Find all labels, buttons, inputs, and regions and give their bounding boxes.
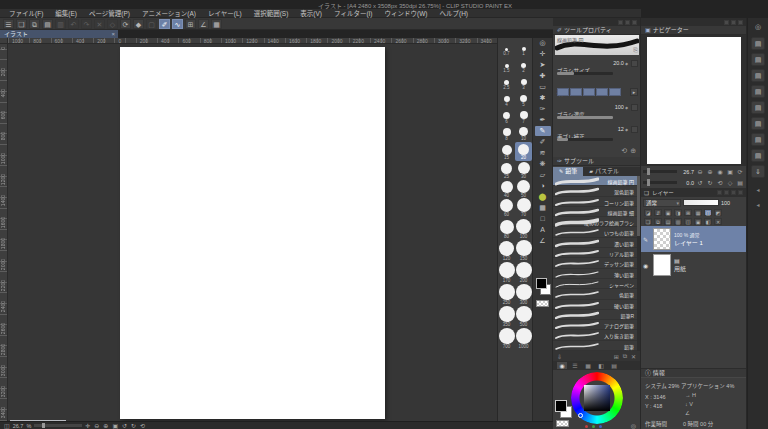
menu-item-0[interactable]: ファイル(F): [4, 8, 48, 18]
property-slider[interactable]: [557, 138, 613, 141]
deselect-icon[interactable]: ◇: [107, 19, 118, 29]
material-download-icon[interactable]: ⇓: [751, 165, 765, 178]
panel-strip-icon[interactable]: [731, 190, 736, 195]
info-panel-tab[interactable]: ⓘ 情報: [641, 368, 746, 377]
color-dot-0[interactable]: [585, 425, 588, 428]
transparent-color-swatch[interactable]: [556, 420, 569, 427]
subtool-item[interactable]: いつもの鉛筆: [553, 227, 640, 237]
approx-color-tab[interactable]: ▤: [609, 362, 619, 369]
subtool-item[interactable]: 線画鉛筆 円: [553, 176, 640, 186]
material-folder-image-icon[interactable]: ▤: [751, 101, 765, 114]
transfer-layer-icon[interactable]: ▥: [674, 218, 682, 225]
fill-icon[interactable]: ◆: [133, 19, 144, 29]
color-dot-2[interactable]: [599, 425, 602, 428]
brush-size-60[interactable]: 60: [498, 199, 515, 218]
brush-size-10[interactable]: 10: [515, 125, 532, 142]
import-subtool-icon[interactable]: ⇩: [557, 353, 562, 360]
status-rotate-left-icon[interactable]: ↺: [122, 422, 127, 429]
property-option-button[interactable]: [631, 126, 638, 133]
lock-transparent-icon[interactable]: ◨: [674, 209, 682, 216]
subtool-item[interactable]: 線画鉛筆 細: [553, 207, 640, 217]
brush-size-300[interactable]: 300: [515, 284, 532, 306]
brush-size-15[interactable]: 15: [498, 142, 515, 161]
tool-property-tab[interactable]: ✐ツールプロパティ: [553, 26, 640, 35]
spinner-icon[interactable]: ◆: [625, 105, 628, 110]
eyedropper-tool-icon[interactable]: ✑: [535, 104, 551, 114]
decoration-tool-icon[interactable]: ❋: [535, 159, 551, 169]
property-option-button[interactable]: [631, 60, 638, 67]
save-icon[interactable]: ▤: [42, 19, 53, 29]
color-set-tab[interactable]: ▦: [583, 362, 593, 369]
brush-size-5[interactable]: 5: [515, 91, 532, 108]
duplicate-subtool-icon[interactable]: ⧉: [623, 353, 627, 360]
brush-size-700[interactable]: 700: [498, 328, 515, 350]
navigator-thumbnail[interactable]: [647, 37, 741, 164]
brush-size-8[interactable]: 8: [498, 125, 515, 142]
status-nav-icon[interactable]: ◫: [4, 422, 10, 429]
spinner-icon[interactable]: ◆: [625, 127, 628, 132]
brush-size-2.5[interactable]: 2.5: [498, 74, 515, 91]
menu-item-5[interactable]: 選択範囲(S): [249, 8, 294, 18]
brush-size-7[interactable]: 7: [515, 108, 532, 125]
expand-arrow-icon[interactable]: ▸: [630, 88, 638, 96]
hardness-block[interactable]: [557, 88, 569, 96]
subtool-item[interactable]: シャーペン: [553, 279, 640, 289]
property-slider[interactable]: [557, 72, 613, 75]
panel-strip-icon[interactable]: [717, 190, 722, 195]
zoom-out-icon[interactable]: ⊖: [696, 168, 704, 175]
brush-size-4[interactable]: 4: [498, 91, 515, 108]
reset-settings-icon[interactable]: ⟲: [621, 147, 627, 155]
material-folder-monochrome-pattern-icon[interactable]: ▤: [751, 69, 765, 82]
subtool-item[interactable]: 硬めのラフ絵画ブラシ: [553, 217, 640, 227]
brush-tool-icon[interactable]: ✐: [535, 137, 551, 147]
hue-marker[interactable]: [578, 413, 583, 418]
clip-to-layer-icon[interactable]: ◪: [644, 209, 652, 216]
main-menu-icon[interactable]: ☰: [3, 19, 14, 29]
snap-grid-icon[interactable]: ⊞: [185, 19, 196, 29]
blend-tool-icon[interactable]: ◑: [535, 181, 551, 191]
document-tab[interactable]: イラスト ×: [0, 30, 118, 38]
property-value[interactable]: 12◆: [618, 126, 628, 132]
detail-settings-icon[interactable]: ⊕: [630, 147, 636, 155]
set-reference-icon[interactable]: ⊞: [684, 209, 692, 216]
auto-select-tool-icon[interactable]: ✱: [535, 93, 551, 103]
new-folder-icon[interactable]: ▤: [664, 218, 672, 225]
brush-size-2[interactable]: 2: [515, 57, 532, 74]
hardness-block[interactable]: [583, 88, 595, 96]
menu-item-2[interactable]: ページ管理(P): [84, 8, 135, 18]
flip-horizontal-icon[interactable]: ◇: [726, 179, 734, 186]
hardness-block[interactable]: [570, 88, 582, 96]
gradient-tool-icon[interactable]: ▦: [535, 203, 551, 213]
menu-item-4[interactable]: レイヤー(L): [203, 8, 247, 18]
subtool-item[interactable]: リアル鉛筆: [553, 248, 640, 258]
delete-layer-icon[interactable]: ✕: [714, 218, 722, 225]
menu-item-1[interactable]: 編集(E): [50, 8, 82, 18]
subtool-item[interactable]: 入り抜き鉛筆: [553, 330, 640, 340]
open-file-icon[interactable]: ⧉: [29, 19, 40, 29]
text-tool-icon[interactable]: A: [535, 225, 551, 235]
status-rotate-right-icon[interactable]: ↻: [131, 422, 136, 429]
main-color-swatch[interactable]: [536, 278, 547, 289]
brush-size-1[interactable]: 1: [515, 40, 532, 57]
pencil-tool-icon[interactable]: ✎: [535, 126, 551, 136]
material-folder-3d-icon[interactable]: ▤: [751, 117, 765, 130]
saturation-value-square[interactable]: [584, 385, 610, 411]
brush-size-50[interactable]: 50: [515, 180, 532, 199]
layer-row[interactable]: ✎100 % 通常レイヤー 1: [641, 226, 746, 252]
subtool-item[interactable]: 薄い鉛筆: [553, 269, 640, 279]
ruler-range-icon[interactable]: ▦: [694, 209, 702, 216]
palette-color-icon[interactable]: ◩: [714, 209, 722, 216]
ruler-tool-icon[interactable]: ∠: [535, 236, 551, 246]
menu-item-3[interactable]: アニメーション(A): [137, 8, 201, 18]
layer-visibility-icon[interactable]: ✎: [643, 236, 650, 243]
undo-icon[interactable]: ↶: [68, 19, 79, 29]
hardness-block[interactable]: [596, 88, 608, 96]
intermediate-color-tab[interactable]: ◧: [596, 362, 606, 369]
hardness-block[interactable]: [609, 88, 621, 96]
delete-subtool-icon[interactable]: ✕: [631, 353, 636, 360]
move-tool-icon[interactable]: ✛: [535, 49, 551, 59]
panel-strip-icon[interactable]: [724, 20, 729, 25]
subtool-item[interactable]: 鉛筆R: [553, 310, 640, 320]
brush-size-200[interactable]: 200: [515, 262, 532, 284]
delete-icon[interactable]: ✕: [94, 19, 105, 29]
